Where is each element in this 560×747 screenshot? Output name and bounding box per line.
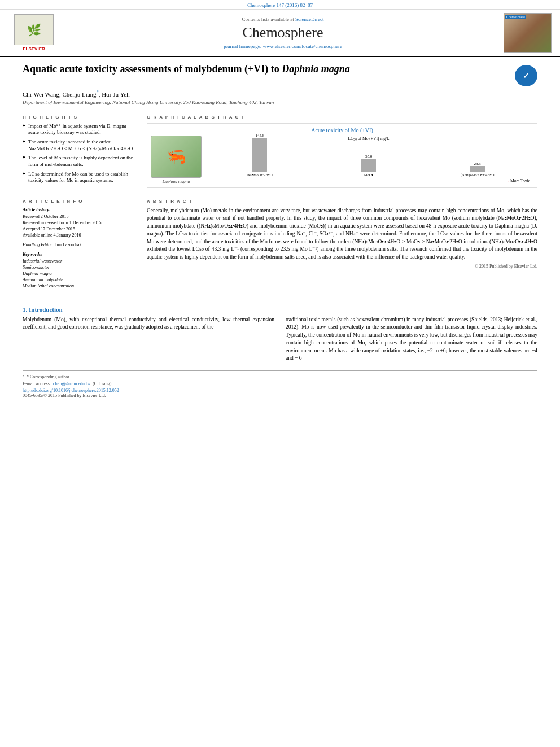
elsevier-text: ELSEVIER: [23, 46, 45, 51]
homepage-text: journal homepage:: [224, 43, 261, 49]
highlight-item-4: LC₅₀ determined for Mo can be used to es…: [23, 171, 135, 184]
keyword-5: Median lethal concentration: [23, 283, 135, 289]
history-title: Article history:: [23, 207, 135, 212]
email-label: E-mail address:: [23, 381, 51, 386]
authors-line: Chi-Wei Wang, Chenju Liang*, Hui-Ju Yeh: [23, 90, 537, 98]
more-toxic-arrow: →: [505, 178, 510, 184]
keywords-title: Keywords:: [23, 252, 135, 257]
handling-label: Handling Editor:: [23, 242, 54, 247]
crossmark-badge[interactable]: ✓: [515, 65, 537, 86]
title-part1: Aquatic acute toxicity assessments of mo…: [23, 63, 282, 75]
corresponding-note: * * Corresponding author.: [23, 374, 537, 379]
graphical-abstract-inner: Daphnia magna LC₅₀ of Mo (+VI) mg/L 145.…: [151, 136, 533, 184]
bar-value-1: 145.8: [255, 133, 264, 138]
bar-item-2: 55.0 MoO₃: [316, 154, 422, 177]
graphical-abstract-title-label: G R A P H I C A L A B S T R A C T: [147, 115, 537, 120]
keyword-1: Industrial wastewater: [23, 258, 135, 264]
article-history: Article history: Received 2 October 2015…: [23, 207, 135, 239]
graphical-abstract-col: G R A P H I C A L A B S T R A C T Acute …: [147, 115, 537, 188]
bar-item-1: 145.8 Na₂MoO₄·2H₂O: [207, 133, 313, 177]
article-info-section-title: A R T I C L E I N F O: [23, 199, 135, 204]
highlight-item-1: Impact of Mo⁶⁺ in aquatic system via D. …: [23, 123, 135, 136]
revised-text: Received in revised form 1 December 2015: [23, 220, 135, 226]
journal-citation: Chemosphere 147 (2016) 82–87: [0, 0, 560, 10]
highlights-col: H I G H L I G H T S Impact of Mo⁶⁺ in aq…: [23, 115, 135, 188]
accepted-text: Accepted 17 December 2015: [23, 226, 135, 232]
bar-2: [361, 159, 376, 172]
journal-homepage: journal homepage: www.elsevier.com/locat…: [62, 43, 504, 49]
doi-line: http://dx.doi.org/10.1016/j.chemosphere.…: [23, 388, 537, 393]
citation-text: Chemosphere 147 (2016) 82–87: [247, 2, 313, 8]
chart-title: Acute toxicity of Mo (+VI): [151, 127, 533, 133]
daphnia-image: [151, 136, 202, 178]
email-footnote: E-mail address: cliang@nchu.edu.tw (C. L…: [23, 381, 537, 386]
article-info-col: A R T I C L E I N F O Article history: R…: [23, 199, 135, 293]
bars-container: 145.8 Na₂MoO₄·2H₂O 55.0 MoO₃: [207, 143, 530, 177]
issn-line: 0045-6535/© 2015 Published by Elsevier L…: [23, 393, 537, 398]
keywords-list: Industrial wastewater Semiconductor Daph…: [23, 258, 135, 290]
intro-right-col: traditional toxic metals (such as hexava…: [286, 316, 537, 363]
handling-editor-section: Handling Editor: Jim Lazorchak: [23, 242, 135, 248]
bar-3: [470, 166, 485, 172]
elsevier-logo: ELSEVIER: [6, 14, 62, 51]
bar-label-2: MoO₃: [364, 173, 374, 177]
more-toxic-text: More Toxic: [510, 178, 530, 184]
title-italic: Daphnia magna: [282, 63, 350, 75]
author3: , Hui-Ju Yeh: [99, 91, 130, 98]
available-text: Available online 4 January 2016: [23, 232, 135, 238]
handling-name: Jim Lazorchak: [55, 242, 81, 247]
footer: * * Corresponding author. E-mail address…: [23, 370, 537, 398]
abstract-section-title: A B S T R A C T: [147, 199, 537, 204]
homepage-url[interactable]: www.elsevier.com/locate/chemosphere: [263, 43, 342, 49]
info-abstract-row: A R T I C L E I N F O Article history: R…: [23, 194, 537, 293]
highlight-item-2: The acute toxicity increased in the orde…: [23, 139, 135, 152]
sciencedirect-link-area: Contents lists available at ScienceDirec…: [62, 16, 504, 22]
abstract-text: Generally, molybdenum (Mo) metals in the…: [147, 207, 537, 261]
sciencedirect-link[interactable]: ScienceDirect: [295, 16, 323, 22]
journal-cover: [504, 13, 554, 53]
more-toxic-label: → More Toxic: [207, 178, 530, 184]
highlights-list: Impact of Mo⁶⁺ in aquatic system via D. …: [23, 123, 135, 185]
journal-header-center: Contents lists available at ScienceDirec…: [62, 16, 504, 49]
highlights-title: H I G H L I G H T S: [23, 115, 135, 120]
journal-cover-image: [504, 13, 552, 53]
journal-title: Chemosphere: [62, 24, 504, 41]
bar-value-2: 55.0: [365, 154, 372, 159]
keyword-4: Ammonium molybdate: [23, 277, 135, 283]
bar-label-3: (NH₄)₆Mo₇O₂₄·4H₂O: [461, 173, 495, 177]
sciencedirect-text: Contents lists available at: [242, 16, 294, 22]
graphical-abstract-box: Acute toxicity of Mo (+VI) Daphnia magna…: [147, 123, 537, 188]
introduction-section: 1. Introduction Molybdenum (Mo), with ex…: [23, 300, 537, 363]
highlight-item-3: The level of Mo toxicity is highly depen…: [23, 155, 135, 168]
star-symbol: *: [23, 374, 24, 379]
received-text: Received 2 October 2015: [23, 213, 135, 220]
daphnia-label: Daphnia magna: [163, 179, 190, 184]
bar-1: [252, 138, 267, 172]
intro-heading: 1. Introduction: [23, 306, 537, 313]
bar-value-3: 23.5: [474, 161, 481, 166]
journal-header: ELSEVIER Contents lists available at Sci…: [0, 10, 560, 57]
doi-link[interactable]: http://dx.doi.org/10.1016/j.chemosphere.…: [23, 388, 119, 393]
bar-label-1: Na₂MoO₄·2H₂O: [247, 173, 273, 177]
affiliation: Department of Environmental Engineering,…: [23, 99, 537, 105]
main-content: Aquatic acute toxicity assessments of mo…: [0, 57, 560, 404]
handling-editor: Handling Editor: Jim Lazorchak: [23, 242, 135, 248]
copyright-line: © 2015 Published by Elsevier Ltd.: [147, 264, 537, 269]
keyword-3: Daphnia magna: [23, 270, 135, 277]
corresponding-text: * Corresponding author.: [27, 374, 71, 379]
email-link[interactable]: cliang@nchu.edu.tw: [53, 381, 90, 386]
article-title: Aquatic acute toxicity assessments of mo…: [23, 63, 509, 76]
highlights-graphical-row: H I G H L I G H T S Impact of Mo⁶⁺ in aq…: [23, 110, 537, 188]
intro-text-cols: Molybdenum (Mo), with exceptional therma…: [23, 316, 537, 363]
publisher-logo-area: ELSEVIER: [6, 14, 62, 51]
keywords-section: Keywords: Industrial wastewater Semicond…: [23, 252, 135, 290]
bar-item-3: 23.5 (NH₄)₆Mo₇O₂₄·4H₂O: [425, 161, 530, 177]
article-title-section: Aquatic acute toxicity assessments of mo…: [23, 63, 537, 86]
keyword-2: Semiconductor: [23, 264, 135, 270]
email-person: (C. Liang).: [93, 381, 112, 386]
intro-left-col: Molybdenum (Mo), with exceptional therma…: [23, 316, 274, 363]
bar-chart-area: LC₅₀ of Mo (+VI) mg/L 145.8 Na₂MoO₄·2H₂O…: [204, 136, 533, 184]
authors-text: Chi-Wei Wang, Chenju Liang: [23, 91, 97, 98]
elsevier-logo-image: [14, 14, 54, 45]
abstract-col: A B S T R A C T Generally, molybdenum (M…: [147, 199, 537, 293]
